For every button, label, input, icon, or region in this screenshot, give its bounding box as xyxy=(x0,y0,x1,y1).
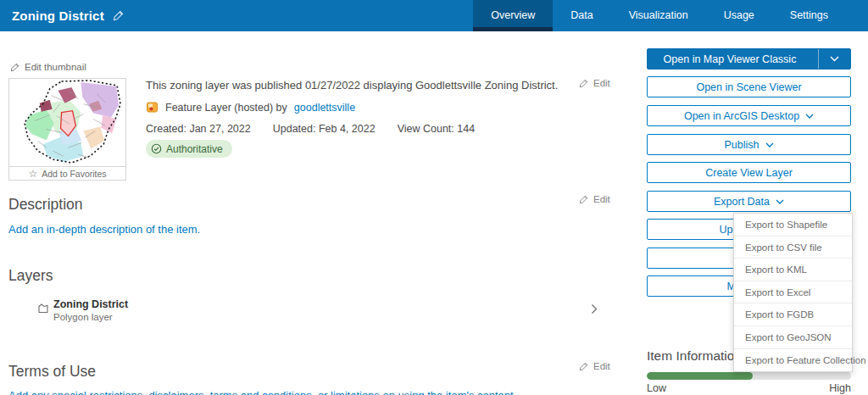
pencil-icon xyxy=(579,195,588,204)
item-information-heading: Item Information xyxy=(647,348,742,364)
polygon-layer-icon xyxy=(37,303,49,314)
button-label: Open in ArcGIS Desktop xyxy=(684,110,799,122)
export-to-csv-item[interactable]: Export to CSV file xyxy=(734,236,852,259)
pencil-icon xyxy=(579,79,588,88)
item-info-high-label: High xyxy=(647,382,851,394)
feature-layer-icon xyxy=(146,101,159,114)
layers-heading: Layers xyxy=(8,267,53,285)
star-icon: ☆ xyxy=(28,170,37,178)
chevron-down-icon xyxy=(765,142,774,147)
zoning-map-thumbnail xyxy=(9,79,125,166)
open-in-scene-viewer-button[interactable]: Open in Scene Viewer xyxy=(647,76,851,97)
edit-label: Edit xyxy=(593,361,610,371)
authoritative-badge: Authoritative xyxy=(146,140,232,158)
tab-data[interactable]: Data xyxy=(553,0,610,31)
export-to-excel-item[interactable]: Export to Excel xyxy=(734,281,852,304)
add-terms-link[interactable]: Add any special restrictions, disclaimer… xyxy=(8,389,593,395)
check-circle-icon xyxy=(151,143,162,154)
chevron-down-icon xyxy=(805,114,814,119)
edit-terms-button[interactable]: Edit xyxy=(579,361,610,371)
edit-description-button[interactable]: Edit xyxy=(579,194,610,204)
open-in-map-viewer-classic-label[interactable]: Open in Map Viewer Classic xyxy=(648,49,812,69)
map-viewer-caret-button[interactable] xyxy=(818,49,850,69)
item-info-progress-fill xyxy=(647,372,753,380)
owner-link[interactable]: goodlettsville xyxy=(294,102,355,114)
button-label: Create View Layer xyxy=(705,167,793,179)
tab-bar: Overview Data Visualization Usage Settin… xyxy=(473,0,846,31)
publish-button[interactable]: Publish xyxy=(647,134,851,155)
item-info-progress-track xyxy=(647,372,851,380)
item-type-line: Feature Layer (hosted) by goodlettsville xyxy=(146,101,355,114)
export-to-kml-item[interactable]: Export to KML xyxy=(734,259,852,281)
layer-name: Zoning District xyxy=(53,298,128,310)
authoritative-label: Authoritative xyxy=(166,143,223,155)
view-count: View Count: 144 xyxy=(398,123,476,135)
edit-summary-button[interactable]: Edit xyxy=(579,78,610,88)
pencil-icon xyxy=(579,362,588,371)
chevron-down-icon xyxy=(776,199,784,204)
chevron-right-icon xyxy=(591,303,598,314)
create-view-layer-button[interactable]: Create View Layer xyxy=(647,162,851,183)
add-to-favorites-button[interactable]: ☆ Add to Favorites xyxy=(9,166,125,180)
edit-label: Edit xyxy=(593,78,610,88)
edit-thumbnail-label: Edit thumbnail xyxy=(25,62,86,72)
layer-row-zoning-district[interactable]: Zoning District Polygon layer xyxy=(8,295,602,327)
edit-label: Edit xyxy=(593,194,610,204)
export-to-geojson-item[interactable]: Export to GeoJSON xyxy=(734,326,852,349)
item-type-label: Feature Layer (hosted) by xyxy=(165,102,287,114)
updated-date: Updated: Feb 4, 2022 xyxy=(273,123,376,135)
open-in-arcgis-desktop-button[interactable]: Open in ArcGIS Desktop xyxy=(647,105,851,126)
pencil-icon xyxy=(10,63,19,72)
add-to-favorites-label: Add to Favorites xyxy=(42,169,106,179)
description-heading: Description xyxy=(8,196,83,214)
tab-overview[interactable]: Overview xyxy=(473,0,553,31)
button-label: Export Data xyxy=(714,196,770,208)
item-overview-page: Zoning District Overview Data Visualizat… xyxy=(0,0,868,395)
tab-usage[interactable]: Usage xyxy=(706,0,772,31)
page-title: Zoning District xyxy=(12,8,104,23)
edit-thumbnail-button[interactable]: Edit thumbnail xyxy=(10,62,86,72)
export-to-fgdb-item[interactable]: Export to FGDB xyxy=(734,303,852,326)
created-date: Created: Jan 27, 2022 xyxy=(146,123,251,135)
export-to-shapefile-item[interactable]: Export to Shapefile xyxy=(734,214,852,236)
tab-settings[interactable]: Settings xyxy=(772,0,846,31)
item-summary: This zoning layer was published 01/27/20… xyxy=(146,79,574,92)
item-meta-line: Created: Jan 27, 2022 Updated: Feb 4, 20… xyxy=(146,123,475,135)
export-to-feature-collection-item[interactable]: Export to Feature Collection xyxy=(734,349,852,372)
layer-type: Polygon layer xyxy=(53,312,113,322)
export-data-menu: Export to Shapefile Export to CSV file E… xyxy=(733,213,853,372)
button-label: Publish xyxy=(725,139,760,151)
export-data-button[interactable]: Export Data xyxy=(647,191,851,212)
button-label: Open in Scene Viewer xyxy=(696,81,801,93)
terms-of-use-heading: Terms of Use xyxy=(8,363,96,381)
add-description-link[interactable]: Add an in-depth description of the item. xyxy=(8,223,200,236)
app-header: Zoning District Overview Data Visualizat… xyxy=(0,0,868,31)
tab-visualization[interactable]: Visualization xyxy=(611,0,706,31)
edit-title-pencil-icon[interactable] xyxy=(113,10,124,21)
item-thumbnail-card: ☆ Add to Favorites xyxy=(8,78,126,181)
open-in-map-viewer-classic-button[interactable]: Open in Map Viewer Classic xyxy=(647,48,851,70)
